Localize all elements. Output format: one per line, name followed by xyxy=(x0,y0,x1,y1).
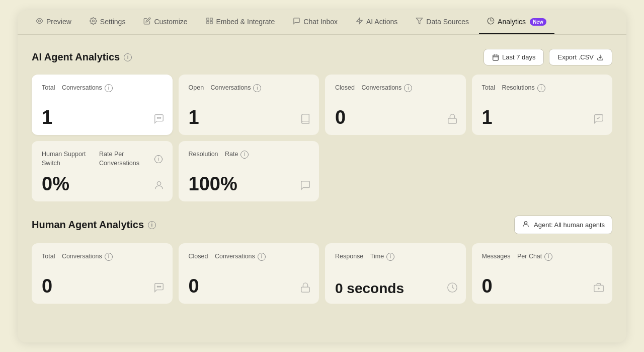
human-metrics-row: Total Conversations i 0 Closed Conversat… xyxy=(32,243,612,304)
ai-metrics-row2: Human Support Switch Rate Per Conversati… xyxy=(32,141,612,201)
human-switch-icon xyxy=(153,180,165,193)
content-area: AI Agent Analytics i Last 7 days Export … xyxy=(18,35,626,324)
human-metric-total-conv: Total Conversations i 0 xyxy=(32,243,173,304)
human-metric-messages-per-chat: Messages Per Chat i 0 xyxy=(472,243,613,304)
ai-analytics-title: AI Agent Analytics i xyxy=(32,51,132,63)
metric-total-conversations: Total Conversations i 1 xyxy=(32,75,173,135)
download-icon xyxy=(597,54,604,61)
tab-chat-inbox-label: Chat Inbox xyxy=(303,18,338,26)
closed-conv-icon xyxy=(447,113,458,127)
tab-settings[interactable]: Settings xyxy=(82,10,134,34)
date-filter-button[interactable]: Last 7 days xyxy=(484,49,544,65)
human-metric-response-time: Response Time i 0 seconds xyxy=(325,243,466,304)
agent-filter-button[interactable]: Agent: All human agents xyxy=(514,216,612,234)
svg-point-21 xyxy=(159,286,160,287)
svg-point-13 xyxy=(157,117,158,118)
ai-analytics-header: AI Agent Analytics i Last 7 days Export … xyxy=(32,49,612,65)
customize-icon xyxy=(143,17,151,26)
total-res-info[interactable]: i xyxy=(537,84,545,92)
svg-rect-22 xyxy=(301,287,310,292)
metric-closed-conv-value: 0 xyxy=(335,108,456,127)
human-switch-info[interactable]: i xyxy=(154,155,163,163)
empty-card-2 xyxy=(472,141,613,201)
metric-open-conversations: Open Conversations i 1 xyxy=(179,75,319,135)
svg-marker-6 xyxy=(357,18,362,24)
svg-point-18 xyxy=(524,222,527,224)
svg-rect-4 xyxy=(210,22,212,24)
embed-icon xyxy=(206,17,213,26)
tab-data-sources-label: Data Sources xyxy=(426,18,469,26)
metric-total-res-label: Total Resolutions i xyxy=(482,84,603,93)
human-messages-value: 0 xyxy=(482,276,603,296)
metric-human-switch-label: Human Support Switch Rate Per Conversati… xyxy=(42,150,163,168)
tab-ai-actions-label: AI Actions xyxy=(366,18,397,26)
human-response-time-icon xyxy=(447,282,458,296)
tab-embed[interactable]: Embed & Integrate xyxy=(198,10,283,34)
tab-analytics[interactable]: Analytics New xyxy=(479,10,554,34)
export-csv-button[interactable]: Export .CSV xyxy=(549,49,612,65)
chat-inbox-icon xyxy=(293,17,300,26)
metric-closed-conversations: Closed Conversations i 0 xyxy=(325,75,466,135)
metric-res-rate-label: Resolution Rate i xyxy=(189,150,309,159)
metric-res-rate-value: 100% xyxy=(189,174,309,193)
nav-tabs: Preview Settings Customize Embed & Integ… xyxy=(18,10,626,35)
tab-preview[interactable]: Preview xyxy=(28,10,79,34)
calendar-icon xyxy=(492,54,499,61)
svg-rect-16 xyxy=(448,118,456,123)
tab-embed-label: Embed & Integrate xyxy=(216,18,275,26)
human-closed-conv-value: 0 xyxy=(189,276,309,296)
human-total-conv-icon xyxy=(153,282,165,296)
human-closed-conv-icon xyxy=(300,282,311,296)
tab-chat-inbox[interactable]: Chat Inbox xyxy=(285,10,346,34)
tab-settings-label: Settings xyxy=(100,18,126,26)
metric-human-switch-rate: Human Support Switch Rate Per Conversati… xyxy=(32,141,173,201)
metric-open-conv-value: 1 xyxy=(189,108,309,127)
metric-total-res-value: 1 xyxy=(482,108,603,127)
human-closed-conv-label: Closed Conversations i xyxy=(189,252,309,261)
ai-analytics-info-icon[interactable]: i xyxy=(124,53,132,61)
svg-rect-8 xyxy=(493,55,499,60)
svg-marker-7 xyxy=(417,18,423,24)
empty-card-1 xyxy=(325,141,466,201)
analytics-new-badge: New xyxy=(530,18,546,26)
tab-analytics-label: Analytics xyxy=(498,18,526,26)
svg-point-0 xyxy=(39,20,41,22)
tab-customize[interactable]: Customize xyxy=(135,10,195,34)
svg-rect-2 xyxy=(206,18,208,20)
svg-point-19 xyxy=(157,286,158,287)
human-response-time-info[interactable]: i xyxy=(386,253,394,261)
metric-closed-conv-label: Closed Conversations i xyxy=(335,84,456,93)
open-conv-icon xyxy=(300,113,311,127)
human-analytics-info-icon[interactable]: i xyxy=(148,221,156,229)
svg-point-1 xyxy=(92,20,94,22)
svg-point-17 xyxy=(157,182,160,185)
svg-point-14 xyxy=(158,117,159,118)
human-metric-closed-conv: Closed Conversations i 0 xyxy=(179,243,319,304)
date-filter-label: Last 7 days xyxy=(502,53,536,61)
data-sources-icon xyxy=(416,17,423,26)
metric-resolution-rate: Resolution Rate i 100% xyxy=(179,141,319,201)
tab-preview-label: Preview xyxy=(46,18,71,26)
human-analytics-title-text: Human Agent Analytics xyxy=(32,219,144,231)
open-conv-info[interactable]: i xyxy=(253,84,261,92)
metric-open-conv-label: Open Conversations i xyxy=(189,84,309,93)
human-total-conv-value: 0 xyxy=(42,276,163,296)
main-container: Preview Settings Customize Embed & Integ… xyxy=(18,10,626,342)
preview-icon xyxy=(36,17,43,26)
svg-point-20 xyxy=(158,286,159,287)
closed-conv-info[interactable]: i xyxy=(404,84,412,92)
res-rate-icon xyxy=(300,180,311,193)
tab-ai-actions[interactable]: AI Actions xyxy=(348,10,406,34)
metric-total-conv-value: 1 xyxy=(42,108,163,127)
ai-analytics-actions: Last 7 days Export .CSV xyxy=(484,49,612,65)
metric-total-conv-label: Total Conversations i xyxy=(42,84,163,93)
agent-filter-label: Agent: All human agents xyxy=(534,221,605,229)
human-total-conv-info[interactable]: i xyxy=(105,253,113,261)
res-rate-info[interactable]: i xyxy=(240,151,249,159)
total-conv-info[interactable]: i xyxy=(105,84,113,92)
human-messages-info[interactable]: i xyxy=(544,253,552,261)
human-messages-label: Messages Per Chat i xyxy=(482,252,603,261)
human-analytics-header: Human Agent Analytics i Agent: All human… xyxy=(32,216,612,234)
human-closed-conv-info[interactable]: i xyxy=(258,253,266,261)
tab-data-sources[interactable]: Data Sources xyxy=(408,10,477,34)
